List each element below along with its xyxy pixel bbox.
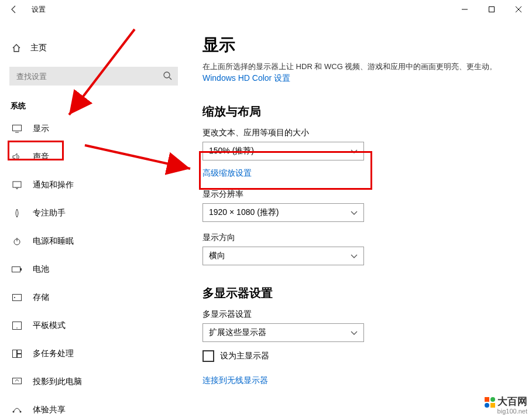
resolution-label: 显示分辨率	[202, 189, 509, 200]
battery-icon	[12, 266, 22, 273]
svg-rect-28	[490, 403, 495, 408]
share-icon	[12, 406, 22, 414]
hdr-settings-link[interactable]: Windows HD Color 设置	[202, 73, 290, 83]
display-icon	[12, 125, 22, 133]
sidebar: 主页 系统 显示 声音 通知和操作	[0, 19, 187, 417]
search-icon	[163, 71, 172, 83]
wireless-display-link[interactable]: 连接到无线显示器	[202, 375, 268, 385]
orientation-label: 显示方向	[202, 233, 509, 243]
arrow-left-icon	[9, 5, 19, 14]
svg-rect-13	[13, 295, 22, 301]
nav-focus[interactable]: 专注助手	[0, 199, 187, 227]
tablet-icon	[12, 322, 22, 330]
nav-label: 专注助手	[33, 208, 66, 218]
resolution-value: 1920 × 1080 (推荐)	[209, 207, 279, 218]
resolution-select[interactable]: 1920 × 1080 (推荐)	[202, 203, 364, 222]
close-button[interactable]	[505, 0, 532, 19]
orientation-value: 横向	[209, 251, 225, 261]
chevron-down-icon	[351, 328, 358, 337]
hdr-description: 在上面所选择的显示器上让 HDR 和 WCG 视频、游戏和应用中的画面更明亮、更…	[202, 61, 509, 73]
nav-label: 平板模式	[33, 320, 66, 331]
nav-multitask[interactable]: 多任务处理	[0, 340, 187, 368]
svg-rect-18	[18, 350, 22, 354]
back-button[interactable]	[0, 5, 28, 14]
svg-rect-20	[13, 378, 22, 384]
project-icon	[12, 378, 22, 386]
multi-value: 扩展这些显示器	[209, 327, 266, 338]
scale-heading: 缩放与布局	[202, 104, 509, 119]
section-heading: 系统	[0, 86, 187, 115]
svg-point-22	[20, 411, 22, 413]
svg-rect-25	[485, 397, 489, 402]
minimize-icon	[462, 6, 468, 12]
nav-label: 电池	[33, 264, 49, 275]
chevron-down-icon	[351, 251, 358, 261]
page-title: 显示	[202, 34, 509, 56]
nav-label: 体验共享	[33, 405, 66, 415]
svg-rect-26	[490, 397, 495, 402]
svg-rect-6	[13, 125, 22, 131]
svg-rect-19	[18, 354, 22, 358]
notification-icon	[12, 181, 22, 189]
nav-battery[interactable]: 电池	[0, 255, 187, 283]
logo-icon	[485, 397, 495, 408]
window-title: 设置	[28, 5, 46, 15]
orientation-select[interactable]: 横向	[202, 247, 364, 265]
power-icon	[12, 237, 22, 246]
nav-shared[interactable]: 体验共享	[0, 396, 187, 417]
nav-label: 通知和操作	[33, 180, 74, 190]
nav-notifications[interactable]: 通知和操作	[0, 171, 187, 199]
multi-select[interactable]: 扩展这些显示器	[202, 323, 364, 342]
primary-display-label: 设为主显示器	[220, 351, 269, 361]
nav-label: 声音	[33, 152, 49, 162]
svg-rect-17	[13, 350, 17, 358]
home-label: 主页	[30, 43, 47, 53]
maximize-button[interactable]	[478, 0, 505, 19]
nav-label: 电源和睡眠	[33, 236, 74, 247]
nav-sound[interactable]: 声音	[0, 143, 187, 171]
maximize-icon	[489, 6, 495, 12]
home-link[interactable]: 主页	[0, 36, 187, 60]
scale-value: 150% (推荐)	[209, 146, 254, 156]
nav-storage[interactable]: 存储	[0, 283, 187, 312]
nav-display[interactable]: 显示	[0, 115, 187, 143]
svg-rect-1	[489, 7, 495, 12]
focus-icon	[12, 208, 22, 218]
primary-display-checkbox[interactable]	[202, 350, 214, 362]
svg-rect-12	[20, 268, 22, 271]
nav-project[interactable]: 投影到此电脑	[0, 368, 187, 396]
svg-rect-11	[12, 267, 20, 272]
sound-icon	[12, 153, 22, 161]
nav-label: 存储	[33, 292, 49, 303]
svg-line-5	[169, 77, 171, 80]
scale-select[interactable]: 150% (推荐)	[202, 142, 364, 160]
svg-point-21	[13, 411, 15, 413]
nav-label: 多任务处理	[33, 348, 74, 359]
nav-label: 投影到此电脑	[33, 377, 82, 387]
close-icon	[516, 6, 521, 12]
search-input[interactable]	[9, 67, 178, 86]
content-area: 显示 在上面所选择的显示器上让 HDR 和 WCG 视频、游戏和应用中的画面更明…	[187, 19, 532, 417]
storage-icon	[12, 294, 22, 301]
advanced-scale-link[interactable]: 高级缩放设置	[202, 168, 252, 177]
home-icon	[12, 43, 21, 53]
svg-point-16	[16, 327, 18, 329]
multitask-icon	[12, 350, 22, 358]
nav-power[interactable]: 电源和睡眠	[0, 227, 187, 255]
chevron-down-icon	[351, 208, 358, 217]
svg-point-4	[164, 72, 170, 78]
chevron-down-icon	[351, 146, 358, 156]
svg-point-14	[14, 297, 15, 298]
nav-label: 显示	[33, 124, 49, 134]
multi-heading: 多显示器设置	[202, 285, 509, 301]
nav-tablet[interactable]: 平板模式	[0, 312, 187, 340]
svg-rect-8	[13, 182, 21, 187]
svg-rect-27	[485, 403, 489, 408]
multi-label: 多显示器设置	[202, 309, 509, 320]
minimize-button[interactable]	[451, 0, 478, 19]
watermark: 大百网 big100.net	[485, 397, 527, 415]
scale-label: 更改文本、应用等项目的大小	[202, 128, 509, 138]
